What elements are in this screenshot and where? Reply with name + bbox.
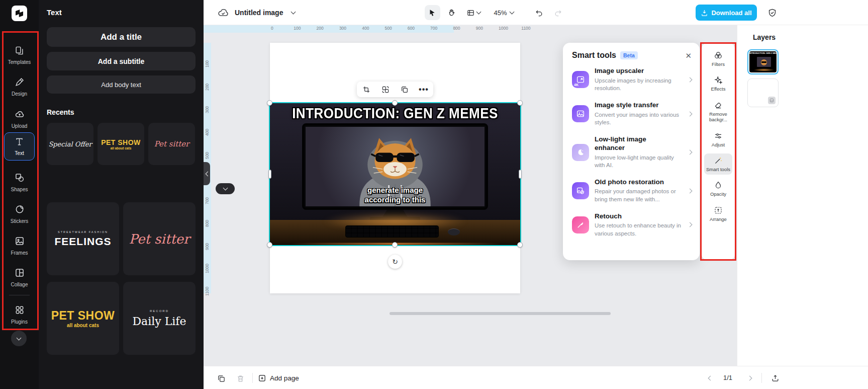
template-pet-sitter-large[interactable]: Pet sitter: [123, 202, 196, 275]
sidebar-item-stickers[interactable]: Stickers: [4, 200, 35, 228]
template-daily-life[interactable]: RECORD Daily Life: [123, 282, 196, 355]
ruler-label: 200: [317, 26, 324, 31]
redo-button[interactable]: [550, 5, 565, 20]
ruler-label: 900: [476, 26, 483, 31]
smart-tools-panel: Smart tools Beta ✕ 4K Image upscaler Ups…: [563, 43, 700, 260]
replace-icon: [381, 86, 390, 94]
cloud-sync-icon: [217, 7, 229, 21]
selection-handle-nw[interactable]: [267, 100, 272, 106]
mini-headline: INTRODUCTION: GEN Z MEMES: [749, 52, 777, 54]
recent-template-special-offer[interactable]: Special Offer: [47, 123, 93, 165]
rail-item-filters[interactable]: Filters: [704, 48, 732, 69]
crop-button[interactable]: [360, 84, 373, 96]
close-icon[interactable]: ✕: [685, 52, 692, 59]
export-button[interactable]: [768, 372, 782, 384]
effects-icon: [714, 75, 723, 85]
sidebar-item-text[interactable]: Text: [4, 132, 35, 161]
add-page-icon: [258, 374, 266, 382]
rail-item-arrange[interactable]: Arrange: [704, 203, 732, 224]
chevron-down-icon[interactable]: [291, 10, 296, 15]
selection-handle-ne[interactable]: [517, 100, 523, 106]
horizontal-scrollbar[interactable]: [390, 312, 611, 315]
rail-item-effects[interactable]: Effects: [704, 73, 732, 94]
ruler-highlight: [204, 25, 454, 33]
sidebar-collapse-button[interactable]: [11, 331, 27, 346]
layer-thumbnail-empty[interactable]: [747, 79, 779, 107]
delete-page-button[interactable]: [234, 372, 247, 384]
rail-item-label: Arrange: [705, 216, 732, 222]
crop-icon: [362, 86, 370, 94]
selection-handle-w[interactable]: [268, 170, 271, 179]
undo-button[interactable]: [531, 5, 546, 20]
add-page-label: Add page: [270, 374, 299, 382]
sidebar-item-label: Design: [12, 91, 27, 97]
templates-icon: [15, 46, 24, 57]
selection-handle-s[interactable]: [392, 242, 398, 248]
selection-handle-se[interactable]: [517, 242, 523, 248]
canvas-size-button[interactable]: [463, 5, 484, 20]
layer-thumbnail-selected[interactable]: INTRODUCTION: GEN Z MEMES: [747, 49, 779, 74]
recents-expand-button[interactable]: [216, 183, 235, 194]
zoom-control[interactable]: 45%: [489, 5, 518, 20]
canvas-area[interactable]: 010020030040050060070080090010001100 100…: [204, 25, 737, 366]
more-options-button[interactable]: •••: [417, 84, 430, 96]
template-eyebrow: RECORD: [150, 309, 169, 313]
horizontal-ruler: 010020030040050060070080090010001100: [204, 25, 737, 33]
template-text: FEELINGS: [54, 236, 111, 248]
duplicate-page-button[interactable]: [215, 372, 228, 384]
smart-tool-old-photo-restoration[interactable]: Old photo restoration Repair your damage…: [572, 178, 692, 204]
smart-tool-retouch[interactable]: Retouch Use retouch to enhance beauty in…: [572, 212, 692, 238]
ruler-label: 1000: [205, 265, 210, 273]
sidebar-item-collage[interactable]: Collage: [4, 263, 35, 291]
image-placeholder-icon: [768, 97, 776, 104]
selected-image[interactable]: INTRODUCTION: GEN Z MEMES: [270, 103, 520, 245]
sidebar-item-shapes[interactable]: Shapes: [4, 168, 35, 196]
text-panel: Text Add a title Add a subtitle Add body…: [39, 0, 204, 389]
recent-template-pet-show[interactable]: PET SHOW all about cats: [98, 123, 144, 165]
previous-page-button[interactable]: [705, 373, 715, 382]
selection-handle-e[interactable]: [519, 170, 522, 179]
old-photo-icon: [572, 182, 589, 199]
rail-item-remove-background[interactable]: Remove backgr...: [704, 98, 732, 125]
sidebar-item-frames[interactable]: Frames: [4, 231, 35, 260]
smart-tool-image-upscaler[interactable]: 4K Image upscaler Upscale images by incr…: [572, 67, 692, 93]
hand-tool-button[interactable]: [444, 5, 459, 20]
recents-heading: Recents: [47, 108, 74, 116]
template-text: Pet sitter: [129, 231, 190, 247]
rail-item-smart-tools[interactable]: Smart tools: [704, 153, 732, 175]
select-tool-button[interactable]: [425, 5, 440, 20]
duplicate-icon: [401, 86, 409, 94]
sidebar-item-templates[interactable]: Templates: [4, 41, 35, 69]
add-page-button[interactable]: Add page: [258, 371, 318, 384]
panel-collapse-tab[interactable]: [204, 162, 210, 185]
project-name[interactable]: Untitled image: [235, 9, 283, 17]
add-body-text-button[interactable]: Add body text: [47, 75, 196, 94]
next-page-button[interactable]: [744, 373, 754, 382]
template-feelings[interactable]: STREETWEAR FASHION FEELINGS: [47, 202, 119, 275]
rotate-handle[interactable]: ↻: [388, 255, 402, 269]
download-all-button[interactable]: Download all: [696, 5, 757, 21]
template-text: Daily Life: [132, 315, 186, 328]
sidebar-item-design[interactable]: Design: [4, 73, 35, 101]
chevron-right-icon: [688, 111, 693, 116]
meme-caption-line2: according to this: [306, 195, 485, 204]
sidebar-item-upload[interactable]: Upload: [4, 105, 35, 133]
sidebar-item-plugins[interactable]: Plugins: [4, 300, 35, 329]
recent-template-pet-sitter[interactable]: Pet sitter: [148, 123, 195, 165]
smart-tool-title: Old photo restoration: [595, 178, 683, 187]
rail-item-adjust[interactable]: Adjust: [704, 129, 732, 150]
selection-handle-sw[interactable]: [267, 242, 272, 248]
adjust-sliders-icon: [714, 131, 723, 140]
privacy-shield-button[interactable]: [764, 6, 780, 20]
rail-item-opacity[interactable]: Opacity: [704, 178, 732, 199]
smart-tool-low-light-enhancer[interactable]: Low-light image enhancer Improve low-lig…: [572, 135, 692, 170]
smart-tool-style-transfer[interactable]: Image style transfer Convert your images…: [572, 101, 692, 127]
app-logo[interactable]: [12, 6, 27, 21]
template-pet-show-large[interactable]: PET SHOW all about cats: [47, 282, 119, 355]
ruler-label: 800: [205, 219, 210, 227]
duplicate-button[interactable]: [398, 84, 411, 96]
add-title-button[interactable]: Add a title: [47, 27, 196, 47]
add-subtitle-button[interactable]: Add a subtitle: [47, 52, 196, 70]
replace-button[interactable]: [379, 84, 392, 96]
selection-handle-n[interactable]: [392, 100, 398, 106]
